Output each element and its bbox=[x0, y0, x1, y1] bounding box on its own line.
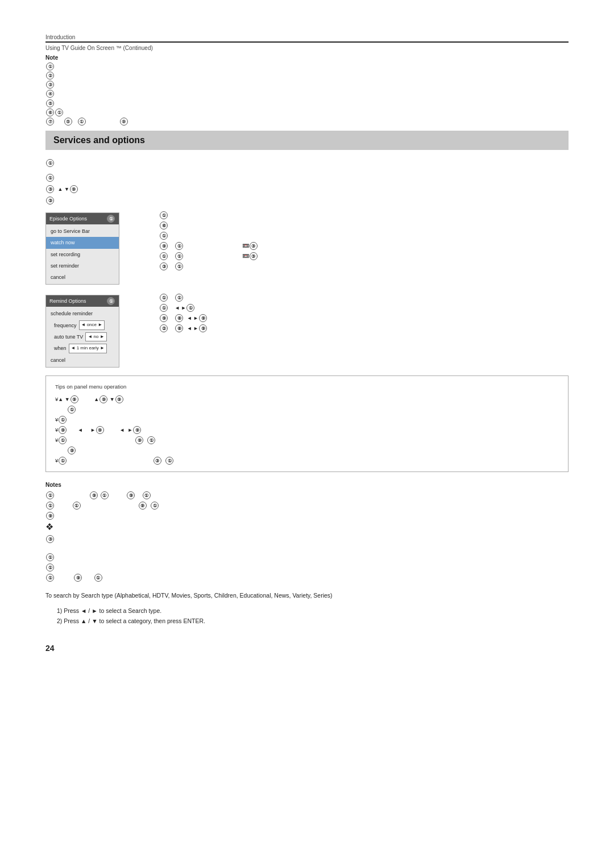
bottom-paragraph: To search by Search type (Alphabetical, … bbox=[45, 591, 569, 601]
remind-panel-header: Remind Options ① bbox=[46, 295, 119, 307]
page-subtitle: Using TV Guide On Screen ™ (Continued) bbox=[45, 45, 569, 51]
note-item-6: ⑥① bbox=[45, 108, 569, 117]
note-item-4: ④ bbox=[45, 89, 569, 98]
extra-line-1: ① bbox=[45, 552, 569, 562]
content-line-3: ③ ▲ ▼⑨ bbox=[45, 184, 569, 194]
extra-line-3: ① ⑨ ① bbox=[45, 573, 569, 583]
rem-text-2: ① ◄ ►① bbox=[159, 303, 569, 313]
content-line-4: ③ bbox=[45, 195, 569, 206]
episode-item-3: set recording bbox=[46, 249, 119, 260]
remind-item-3: auto tune TV ◄ no ► bbox=[46, 331, 119, 343]
extra-line-2: ① bbox=[45, 562, 569, 573]
episode-item-1: go to Service Bar bbox=[46, 226, 119, 237]
episode-options-panel: Episode Options ① go to Service Bar watc… bbox=[45, 212, 119, 285]
remind-item-1: schedule reminder bbox=[46, 308, 119, 319]
page-number: 24 bbox=[45, 644, 569, 653]
remind-item-2: frequency ◄ once ► bbox=[46, 319, 119, 331]
note-item-7: ⑦ ⑤ ① ⑨ bbox=[45, 117, 569, 126]
notes-line-3: ⑨ bbox=[45, 511, 569, 521]
tips-line-6: ⑨ bbox=[55, 445, 559, 456]
rem-text-4: ② ⑧ ◄ ►⑨ bbox=[159, 323, 569, 333]
remind-panel-body: schedule reminder frequency ◄ once ► aut… bbox=[46, 307, 119, 367]
episode-panel-header: Episode Options ① bbox=[46, 213, 119, 224]
remind-options-panel: Remind Options ① schedule reminder frequ… bbox=[45, 295, 119, 368]
bottom-list: 1) Press ◄ / ► to select a Search type. … bbox=[45, 606, 569, 627]
episode-item-2: watch now bbox=[46, 237, 119, 248]
notes-symbol: ❖ bbox=[45, 521, 569, 533]
episode-item-5: cancel bbox=[46, 272, 119, 283]
tips-title: Tips on panel menu operation bbox=[55, 382, 559, 392]
notes-line-2: ① ① ⑨ ① bbox=[45, 500, 569, 511]
ep-text-4: ⑨ ① 📼③ bbox=[159, 241, 569, 251]
episode-item-4: set reminder bbox=[46, 260, 119, 272]
section-header: Services and options bbox=[45, 131, 569, 150]
note-label: Note bbox=[45, 55, 569, 61]
notes-section: Notes ① ⑨ ① ⑨ ① ① ① ⑨ ① ⑨ bbox=[45, 480, 569, 544]
ep-text-5: ① ① 📼③ bbox=[159, 251, 569, 261]
main-content: ① ① ③ ▲ ▼⑨ ③ Episode Options ① go to S bbox=[45, 158, 569, 627]
tips-line-5: ¥① ⑨ ① bbox=[55, 435, 559, 445]
note-item-3: ③ bbox=[45, 80, 569, 89]
remind-section: Remind Options ① schedule reminder frequ… bbox=[45, 293, 569, 370]
ep-text-1: ① bbox=[159, 210, 569, 220]
episode-text-col: ① ⑥ ① ⑨ ① 📼③ ① ① 📼③ ③ ① bbox=[159, 210, 569, 287]
note-item-2: ② bbox=[45, 71, 569, 80]
note-item-5: ⑤ bbox=[45, 99, 569, 108]
episode-panel-col: Episode Options ① go to Service Bar watc… bbox=[45, 210, 148, 287]
remind-text-col: ① ① ① ◄ ►① ⑨ ⑧ ◄ ►⑨ ② ⑧ ◄ ►⑨ bbox=[159, 293, 569, 370]
tips-line-3: ¥① bbox=[55, 415, 559, 425]
note-item-1: ① bbox=[45, 62, 569, 71]
remind-item-4: when ◄ 1 min early ► bbox=[46, 343, 119, 354]
content-line-2: ① bbox=[45, 173, 569, 183]
episode-section: Episode Options ① go to Service Bar watc… bbox=[45, 210, 569, 287]
page-container: Introduction Using TV Guide On Screen ™ … bbox=[45, 34, 569, 653]
top-divider bbox=[45, 41, 569, 43]
remind-item-5: cancel bbox=[46, 354, 119, 366]
rem-text-3: ⑨ ⑧ ◄ ►⑨ bbox=[159, 313, 569, 323]
ep-text-2: ⑥ bbox=[159, 220, 569, 231]
remind-panel-col: Remind Options ① schedule reminder frequ… bbox=[45, 293, 148, 370]
remind-panel-title: Remind Options bbox=[49, 297, 86, 306]
tips-line-4: ¥⑨ ◄ ►⑨ ◄ ►⑨ bbox=[55, 425, 559, 435]
episode-panel-title: Episode Options bbox=[49, 214, 87, 223]
content-line-1: ① bbox=[45, 158, 569, 168]
bottom-list-item-2: 2) Press ▲ / ▼ to select a category, the… bbox=[57, 616, 569, 627]
episode-panel-body: go to Service Bar watch now set recordin… bbox=[46, 224, 119, 284]
bottom-list-item-1: 1) Press ◄ / ► to select a Search type. bbox=[57, 606, 569, 616]
section-label: Introduction bbox=[45, 34, 569, 40]
tips-line-1: ¥▲ ▼⑨ ▲⑨ ▼⑨ bbox=[55, 394, 559, 404]
tips-line-7: ¥① ③ ① bbox=[55, 456, 559, 466]
ep-text-3: ① bbox=[159, 231, 569, 241]
tips-panel: Tips on panel menu operation ¥▲ ▼⑨ ▲⑨ ▼⑨… bbox=[45, 375, 569, 472]
notes-line-1: ① ⑨ ① ⑨ ① bbox=[45, 490, 569, 500]
note-items: ① ② ③ ④ ⑤ ⑥① ⑦ ⑤ ① ⑨ bbox=[45, 62, 569, 126]
rem-text-1: ① ① bbox=[159, 293, 569, 303]
notes-line-4: ③ bbox=[45, 534, 569, 544]
tips-line-2: ① bbox=[55, 404, 559, 415]
extra-content: ① ① ① ⑨ ① bbox=[45, 552, 569, 583]
ep-text-6: ③ ① bbox=[159, 261, 569, 272]
notes-label: Notes bbox=[45, 482, 61, 488]
